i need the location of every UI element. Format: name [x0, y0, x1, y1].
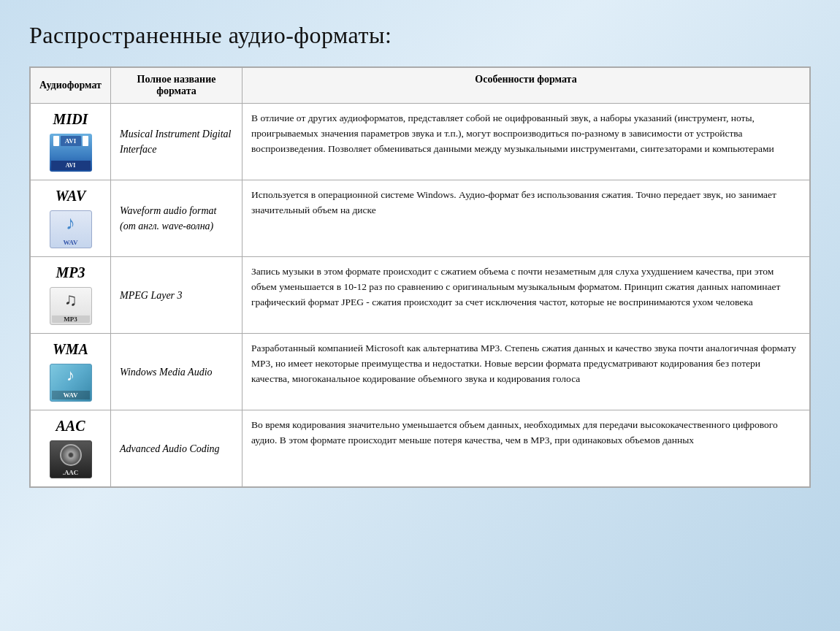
description-text: Разработанный компанией Microsoft как ал…	[251, 343, 796, 384]
table-row: WMA ♪ WAV Windows Media AudioРазработанн…	[31, 334, 810, 410]
format-label: MIDI	[39, 111, 102, 128]
page-title: Распространенные аудио-форматы:	[29, 22, 811, 49]
header-audioformat: Аудиоформат	[31, 68, 111, 104]
format-icon: AVI AVI	[49, 132, 93, 172]
format-icon: ♪ WAV	[49, 209, 93, 249]
description-text: Во время кодирования значительно уменьша…	[251, 419, 778, 445]
format-cell: AAC .AAC	[31, 410, 111, 487]
description-cell: В отличие от других аудиоформатов, предс…	[243, 104, 810, 180]
fullname-cell: Advanced Audio Coding	[111, 410, 243, 487]
format-label: AAC	[39, 418, 102, 435]
fullname-cell: Windows Media Audio	[111, 334, 243, 410]
format-icon: ♪ WAV	[49, 362, 93, 402]
header-fullname: Полное название формата	[111, 68, 243, 104]
format-label: MP3	[39, 264, 102, 281]
description-text: В отличие от других аудиоформатов, предс…	[251, 112, 774, 154]
format-cell: WMA ♪ WAV	[31, 334, 111, 410]
fullname-text: Windows Media Audio	[120, 367, 213, 378]
fullname-text: MPEG Layer 3	[120, 290, 183, 301]
description-cell: Используется в операционной системе Wind…	[243, 180, 810, 257]
format-icon: .AAC	[49, 439, 93, 479]
fullname-cell: Waveform audio format (от англ. wave-вол…	[111, 180, 243, 257]
format-icon: ♫ MP3	[49, 286, 93, 326]
fullname-text: Waveform audio format (от англ. wave-вол…	[120, 205, 216, 232]
table-row: MP3 ♫ MP3 MPEG Layer 3Запись музыки в эт…	[31, 257, 810, 334]
audio-formats-table: Аудиоформат Полное название формата Особ…	[29, 66, 811, 488]
format-cell: MIDI AVI AVI	[31, 104, 111, 180]
description-cell: Во время кодирования значительно уменьша…	[243, 410, 810, 487]
fullname-text: Advanced Audio Coding	[120, 443, 220, 454]
table-row: WAV ♪ WAV Waveform audio format (от англ…	[31, 180, 810, 257]
header-features: Особенности формата	[243, 68, 810, 104]
description-cell: Разработанный компанией Microsoft как ал…	[243, 334, 810, 410]
description-cell: Запись музыки в этом формате происходит …	[243, 257, 810, 334]
fullname-cell: MPEG Layer 3	[111, 257, 243, 334]
fullname-cell: Musical Instrument Digital Interface	[111, 104, 243, 180]
table-row: MIDI AVI AVI Musical Instrument Digital …	[31, 104, 810, 180]
description-text: Используется в операционной системе Wind…	[251, 189, 776, 215]
fullname-text: Musical Instrument Digital Interface	[120, 129, 231, 155]
format-label: WAV	[39, 188, 102, 204]
format-cell: WAV ♪ WAV	[31, 180, 111, 257]
table-row: AAC .AAC Advanced Audio CodingВо время к…	[31, 410, 810, 487]
format-cell: MP3 ♫ MP3	[31, 257, 111, 334]
description-text: Запись музыки в этом формате происходит …	[251, 266, 780, 307]
format-label: WMA	[39, 341, 102, 358]
